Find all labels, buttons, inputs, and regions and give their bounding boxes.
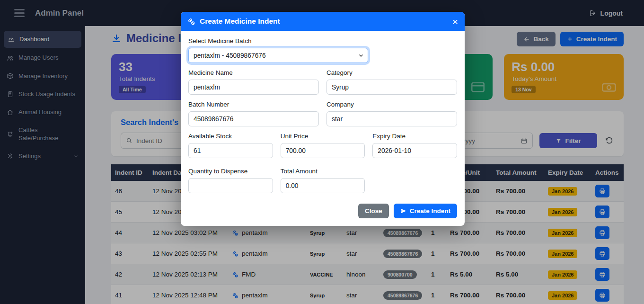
total-amount-input[interactable]	[281, 178, 365, 193]
medicine-name-label: Medicine Name	[188, 69, 319, 76]
company-label: Company	[326, 101, 457, 108]
modal-body: Select Medicine Batch pentaxlm - 4508986…	[181, 31, 465, 226]
create-indent-submit-button[interactable]: Create Indent	[394, 204, 457, 218]
app-window: Admin Panel Logout Dashboard Manage User…	[0, 0, 644, 304]
modal-header: Create Medicine Indent ×	[181, 12, 465, 31]
pills-icon	[187, 18, 195, 26]
category-input[interactable]	[326, 80, 457, 95]
close-icon[interactable]: ×	[452, 17, 458, 27]
modal-footer: Close Create Indent	[188, 193, 457, 221]
batch-select-label: Select Medicine Batch	[188, 37, 457, 45]
send-icon	[400, 208, 406, 214]
batch-number-label: Batch Number	[188, 101, 319, 108]
unit-price-input[interactable]	[281, 143, 365, 158]
quantity-label: Quantity to Dispense	[188, 168, 273, 175]
unit-price-label: Unit Price	[281, 133, 365, 140]
submit-label: Create Indent	[410, 207, 450, 215]
batch-number-input[interactable]	[188, 111, 319, 126]
medicine-batch-select[interactable]: pentaxlm - 45089867676	[188, 48, 368, 63]
expiry-date-label: Expiry Date	[372, 133, 457, 140]
company-input[interactable]	[326, 111, 457, 126]
modal-title: Create Medicine Indent	[187, 17, 280, 26]
medicine-name-input[interactable]	[188, 80, 319, 95]
quantity-input[interactable]	[188, 178, 273, 193]
create-medicine-indent-modal: Create Medicine Indent × Select Medicine…	[181, 12, 465, 226]
total-amount-label: Total Amount	[281, 168, 365, 175]
expiry-date-input[interactable]	[372, 143, 457, 158]
available-stock-input[interactable]	[188, 143, 273, 158]
available-stock-label: Available Stock	[188, 133, 273, 140]
close-button[interactable]: Close	[358, 204, 389, 218]
category-label: Category	[326, 69, 457, 76]
